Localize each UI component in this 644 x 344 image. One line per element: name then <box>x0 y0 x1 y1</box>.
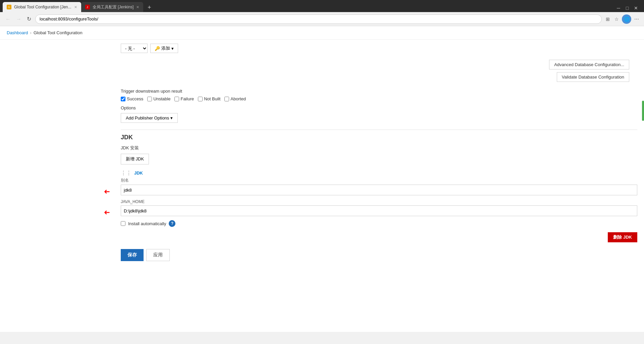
key-icon: 🔑 <box>155 46 160 51</box>
address-bar: ← → ↻ ⊞ ☆ 🌐 ⋯ <box>0 12 644 26</box>
failure-checkbox[interactable] <box>174 97 179 101</box>
jdk-heading: JDK <box>121 130 637 141</box>
success-checkbox[interactable] <box>121 97 125 101</box>
add-jdk-button[interactable]: 新增 JDK <box>121 154 149 164</box>
full-layout: G Global Tool Configuration [Jen... ✕ J … <box>0 0 644 344</box>
checkbox-notbuilt: Not Built <box>198 96 220 101</box>
breadcrumb: Dashboard › Global Tool Configuration <box>0 26 644 40</box>
tab-active[interactable]: G Global Tool Configuration [Jen... ✕ <box>3 2 81 12</box>
jdk-section: JDK JDK 安装 新增 JDK ⋮⋮ JDK 别名 ➜ JAVA_HOME <box>7 130 637 242</box>
javahome-label: JAVA_HOME <box>121 199 637 204</box>
install-auto-row: Install automatically ? <box>121 220 637 227</box>
translate-icon[interactable]: ⊞ <box>604 16 611 22</box>
apply-button[interactable]: 应用 <box>146 249 170 261</box>
unstable-checkbox[interactable] <box>147 97 152 101</box>
minimize-button[interactable]: ─ <box>614 4 623 12</box>
drag-handle-icon: ⋮⋮ <box>121 170 131 176</box>
right-buttons: Advanced Database Configuration... Valid… <box>7 60 637 82</box>
breadcrumb-separator: › <box>30 30 32 35</box>
breadcrumb-current: Global Tool Configuration <box>34 30 83 35</box>
javahome-row: ➜ <box>121 205 637 220</box>
jdk-item-header: ⋮⋮ JDK <box>121 170 637 176</box>
notbuilt-checkbox[interactable] <box>198 97 203 101</box>
trigger-section: Trigger downstream upon result Success U… <box>7 89 637 123</box>
checkbox-aborted: Aborted <box>224 96 246 101</box>
tab-favicon-active: G <box>7 5 11 9</box>
arrow-javahome-icon: ➜ <box>104 208 110 217</box>
success-label: Success <box>127 96 143 101</box>
main-content: - 无 - 🔑 添加 ▾ Advanced Database Configura… <box>0 40 644 272</box>
tab-inactive[interactable]: J 全局工具配置 [Jenkins] ✕ <box>81 2 144 12</box>
install-auto-checkbox[interactable] <box>121 221 125 226</box>
new-tab-button[interactable]: + <box>145 3 154 12</box>
delete-jdk-button[interactable]: 删除 JDK <box>608 232 637 242</box>
alias-row: ➜ <box>121 185 637 199</box>
alias-input[interactable] <box>121 185 637 195</box>
tab-favicon-inactive: J <box>85 5 90 9</box>
failure-label: Failure <box>180 96 194 101</box>
back-button[interactable]: ← <box>4 15 12 23</box>
tab-close-active[interactable]: ✕ <box>74 5 77 9</box>
bottom-buttons: 保存 应用 <box>7 249 637 268</box>
options-label: Options <box>121 105 637 110</box>
jdk-install-label: JDK 安装 <box>121 145 637 151</box>
notbuilt-label: Not Built <box>204 96 220 101</box>
address-input[interactable] <box>35 14 602 24</box>
trigger-label: Trigger downstream upon result <box>121 89 637 94</box>
aborted-checkbox[interactable] <box>224 97 229 101</box>
aborted-label: Aborted <box>230 96 246 101</box>
scrollbar-indicator <box>642 101 644 121</box>
star-icon[interactable]: ☆ <box>613 16 620 22</box>
save-button[interactable]: 保存 <box>121 249 144 261</box>
checkbox-success: Success <box>121 96 143 101</box>
forward-button[interactable]: → <box>15 15 23 23</box>
extensions-icon[interactable]: ⋯ <box>633 16 640 22</box>
add-credential-button[interactable]: 🔑 添加 ▾ <box>150 44 178 53</box>
install-auto-label: Install automatically <box>128 221 166 226</box>
close-button[interactable]: ✕ <box>632 4 640 12</box>
add-label: 添加 <box>161 45 170 51</box>
tab-bar: G Global Tool Configuration [Jen... ✕ J … <box>0 0 644 12</box>
help-icon[interactable]: ? <box>169 220 175 227</box>
tab-active-label: Global Tool Configuration [Jen... <box>14 5 71 9</box>
tab-close-inactive[interactable]: ✕ <box>136 5 139 9</box>
tab-inactive-label: 全局工具配置 [Jenkins] <box>93 4 134 10</box>
delete-jdk-row: 删除 JDK <box>121 232 637 242</box>
validate-db-button[interactable]: Validate Database Configuration <box>557 72 629 82</box>
trigger-checkboxes: Success Unstable Failure Not Built <box>121 96 637 101</box>
publisher-label: Add Publisher Options ▾ <box>126 115 173 120</box>
advanced-db-button[interactable]: Advanced Database Configuration... <box>549 60 629 69</box>
arrow-alias-icon: ➜ <box>104 187 110 196</box>
reload-button[interactable]: ↻ <box>25 14 33 23</box>
top-section: - 无 - 🔑 添加 ▾ <box>7 44 637 53</box>
javahome-input[interactable] <box>121 205 637 216</box>
address-actions: ⊞ ☆ 🌐 ⋯ <box>604 14 640 24</box>
jdk-item-title: JDK <box>134 170 143 176</box>
checkbox-failure: Failure <box>174 96 194 101</box>
unstable-label: Unstable <box>153 96 170 101</box>
checkbox-unstable: Unstable <box>147 96 170 101</box>
credential-select[interactable]: - 无 - <box>121 44 148 53</box>
jdk-item: ⋮⋮ JDK 别名 ➜ JAVA_HOME ➜ <box>121 170 637 227</box>
breadcrumb-home[interactable]: Dashboard <box>7 30 28 35</box>
profile-icon[interactable]: 🌐 <box>622 14 631 24</box>
chevron-down-icon: ▾ <box>171 46 174 51</box>
maximize-button[interactable]: □ <box>623 4 631 12</box>
alias-label: 别名 <box>121 178 637 183</box>
page-content: Dashboard › Global Tool Configuration - … <box>0 26 644 332</box>
add-publisher-options-button[interactable]: Add Publisher Options ▾ <box>121 113 178 123</box>
